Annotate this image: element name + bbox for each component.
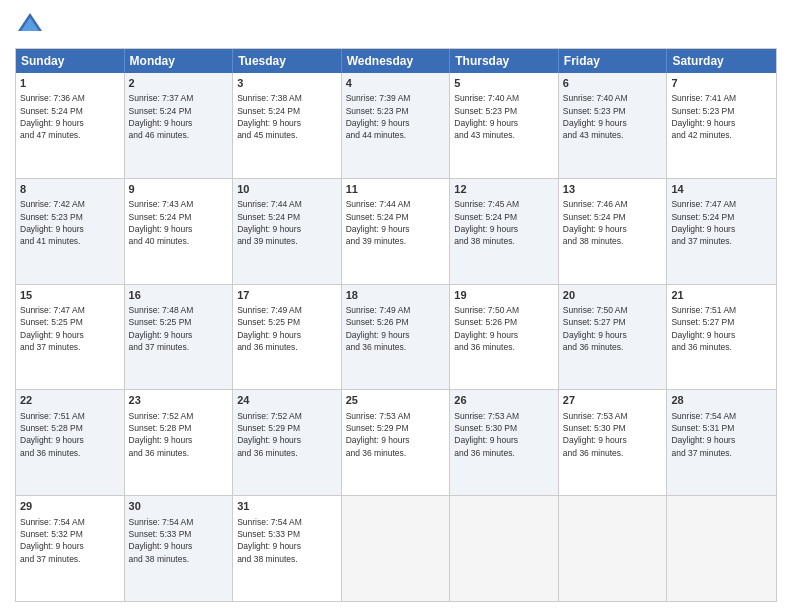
day-cell-6: 6Sunrise: 7:40 AM Sunset: 5:23 PM Daylig… — [559, 73, 668, 178]
day-number: 28 — [671, 393, 772, 408]
day-number: 9 — [129, 182, 229, 197]
day-number: 24 — [237, 393, 337, 408]
day-cell-14: 14Sunrise: 7:47 AM Sunset: 5:24 PM Dayli… — [667, 179, 776, 284]
day-number: 2 — [129, 76, 229, 91]
day-info: Sunrise: 7:42 AM Sunset: 5:23 PM Dayligh… — [20, 198, 120, 247]
day-cell-17: 17Sunrise: 7:49 AM Sunset: 5:25 PM Dayli… — [233, 285, 342, 390]
day-info: Sunrise: 7:52 AM Sunset: 5:28 PM Dayligh… — [129, 410, 229, 459]
day-info: Sunrise: 7:48 AM Sunset: 5:25 PM Dayligh… — [129, 304, 229, 353]
empty-cell — [450, 496, 559, 601]
day-info: Sunrise: 7:50 AM Sunset: 5:27 PM Dayligh… — [563, 304, 663, 353]
day-info: Sunrise: 7:39 AM Sunset: 5:23 PM Dayligh… — [346, 92, 446, 141]
calendar-row-4: 29Sunrise: 7:54 AM Sunset: 5:32 PM Dayli… — [16, 495, 776, 601]
day-info: Sunrise: 7:49 AM Sunset: 5:26 PM Dayligh… — [346, 304, 446, 353]
day-cell-7: 7Sunrise: 7:41 AM Sunset: 5:23 PM Daylig… — [667, 73, 776, 178]
day-info: Sunrise: 7:46 AM Sunset: 5:24 PM Dayligh… — [563, 198, 663, 247]
day-cell-26: 26Sunrise: 7:53 AM Sunset: 5:30 PM Dayli… — [450, 390, 559, 495]
day-number: 10 — [237, 182, 337, 197]
day-number: 29 — [20, 499, 120, 514]
day-info: Sunrise: 7:47 AM Sunset: 5:24 PM Dayligh… — [671, 198, 772, 247]
weekday-header-tuesday: Tuesday — [233, 49, 342, 73]
day-info: Sunrise: 7:54 AM Sunset: 5:32 PM Dayligh… — [20, 516, 120, 565]
day-info: Sunrise: 7:44 AM Sunset: 5:24 PM Dayligh… — [237, 198, 337, 247]
day-number: 16 — [129, 288, 229, 303]
day-number: 30 — [129, 499, 229, 514]
day-number: 25 — [346, 393, 446, 408]
day-cell-13: 13Sunrise: 7:46 AM Sunset: 5:24 PM Dayli… — [559, 179, 668, 284]
weekday-header-wednesday: Wednesday — [342, 49, 451, 73]
day-info: Sunrise: 7:43 AM Sunset: 5:24 PM Dayligh… — [129, 198, 229, 247]
day-cell-10: 10Sunrise: 7:44 AM Sunset: 5:24 PM Dayli… — [233, 179, 342, 284]
day-number: 14 — [671, 182, 772, 197]
day-cell-4: 4Sunrise: 7:39 AM Sunset: 5:23 PM Daylig… — [342, 73, 451, 178]
calendar-header: SundayMondayTuesdayWednesdayThursdayFrid… — [16, 49, 776, 73]
day-cell-19: 19Sunrise: 7:50 AM Sunset: 5:26 PM Dayli… — [450, 285, 559, 390]
day-number: 17 — [237, 288, 337, 303]
day-cell-21: 21Sunrise: 7:51 AM Sunset: 5:27 PM Dayli… — [667, 285, 776, 390]
empty-cell — [342, 496, 451, 601]
weekday-header-saturday: Saturday — [667, 49, 776, 73]
calendar: SundayMondayTuesdayWednesdayThursdayFrid… — [15, 48, 777, 602]
day-number: 20 — [563, 288, 663, 303]
day-number: 11 — [346, 182, 446, 197]
day-cell-16: 16Sunrise: 7:48 AM Sunset: 5:25 PM Dayli… — [125, 285, 234, 390]
day-number: 15 — [20, 288, 120, 303]
day-cell-31: 31Sunrise: 7:54 AM Sunset: 5:33 PM Dayli… — [233, 496, 342, 601]
day-cell-5: 5Sunrise: 7:40 AM Sunset: 5:23 PM Daylig… — [450, 73, 559, 178]
day-number: 4 — [346, 76, 446, 91]
page: SundayMondayTuesdayWednesdayThursdayFrid… — [0, 0, 792, 612]
day-info: Sunrise: 7:50 AM Sunset: 5:26 PM Dayligh… — [454, 304, 554, 353]
day-cell-29: 29Sunrise: 7:54 AM Sunset: 5:32 PM Dayli… — [16, 496, 125, 601]
day-info: Sunrise: 7:54 AM Sunset: 5:33 PM Dayligh… — [237, 516, 337, 565]
header — [15, 10, 777, 40]
day-cell-23: 23Sunrise: 7:52 AM Sunset: 5:28 PM Dayli… — [125, 390, 234, 495]
calendar-row-0: 1Sunrise: 7:36 AM Sunset: 5:24 PM Daylig… — [16, 73, 776, 178]
day-cell-20: 20Sunrise: 7:50 AM Sunset: 5:27 PM Dayli… — [559, 285, 668, 390]
day-cell-30: 30Sunrise: 7:54 AM Sunset: 5:33 PM Dayli… — [125, 496, 234, 601]
day-info: Sunrise: 7:54 AM Sunset: 5:31 PM Dayligh… — [671, 410, 772, 459]
day-number: 1 — [20, 76, 120, 91]
day-cell-22: 22Sunrise: 7:51 AM Sunset: 5:28 PM Dayli… — [16, 390, 125, 495]
calendar-body: 1Sunrise: 7:36 AM Sunset: 5:24 PM Daylig… — [16, 73, 776, 601]
day-number: 23 — [129, 393, 229, 408]
day-number: 8 — [20, 182, 120, 197]
day-cell-12: 12Sunrise: 7:45 AM Sunset: 5:24 PM Dayli… — [450, 179, 559, 284]
day-number: 21 — [671, 288, 772, 303]
day-info: Sunrise: 7:51 AM Sunset: 5:27 PM Dayligh… — [671, 304, 772, 353]
day-cell-24: 24Sunrise: 7:52 AM Sunset: 5:29 PM Dayli… — [233, 390, 342, 495]
weekday-header-sunday: Sunday — [16, 49, 125, 73]
day-info: Sunrise: 7:53 AM Sunset: 5:30 PM Dayligh… — [563, 410, 663, 459]
weekday-header-thursday: Thursday — [450, 49, 559, 73]
day-info: Sunrise: 7:51 AM Sunset: 5:28 PM Dayligh… — [20, 410, 120, 459]
calendar-row-3: 22Sunrise: 7:51 AM Sunset: 5:28 PM Dayli… — [16, 389, 776, 495]
day-info: Sunrise: 7:44 AM Sunset: 5:24 PM Dayligh… — [346, 198, 446, 247]
day-number: 13 — [563, 182, 663, 197]
empty-cell — [559, 496, 668, 601]
logo-icon — [15, 10, 45, 40]
day-info: Sunrise: 7:41 AM Sunset: 5:23 PM Dayligh… — [671, 92, 772, 141]
calendar-row-2: 15Sunrise: 7:47 AM Sunset: 5:25 PM Dayli… — [16, 284, 776, 390]
day-info: Sunrise: 7:52 AM Sunset: 5:29 PM Dayligh… — [237, 410, 337, 459]
day-number: 3 — [237, 76, 337, 91]
day-number: 12 — [454, 182, 554, 197]
day-info: Sunrise: 7:54 AM Sunset: 5:33 PM Dayligh… — [129, 516, 229, 565]
day-number: 27 — [563, 393, 663, 408]
weekday-header-friday: Friday — [559, 49, 668, 73]
day-cell-27: 27Sunrise: 7:53 AM Sunset: 5:30 PM Dayli… — [559, 390, 668, 495]
day-cell-9: 9Sunrise: 7:43 AM Sunset: 5:24 PM Daylig… — [125, 179, 234, 284]
day-cell-3: 3Sunrise: 7:38 AM Sunset: 5:24 PM Daylig… — [233, 73, 342, 178]
day-number: 5 — [454, 76, 554, 91]
day-info: Sunrise: 7:49 AM Sunset: 5:25 PM Dayligh… — [237, 304, 337, 353]
day-cell-28: 28Sunrise: 7:54 AM Sunset: 5:31 PM Dayli… — [667, 390, 776, 495]
day-number: 26 — [454, 393, 554, 408]
day-info: Sunrise: 7:40 AM Sunset: 5:23 PM Dayligh… — [454, 92, 554, 141]
day-number: 18 — [346, 288, 446, 303]
weekday-header-monday: Monday — [125, 49, 234, 73]
day-cell-15: 15Sunrise: 7:47 AM Sunset: 5:25 PM Dayli… — [16, 285, 125, 390]
day-info: Sunrise: 7:36 AM Sunset: 5:24 PM Dayligh… — [20, 92, 120, 141]
day-cell-11: 11Sunrise: 7:44 AM Sunset: 5:24 PM Dayli… — [342, 179, 451, 284]
day-number: 22 — [20, 393, 120, 408]
day-cell-8: 8Sunrise: 7:42 AM Sunset: 5:23 PM Daylig… — [16, 179, 125, 284]
day-cell-25: 25Sunrise: 7:53 AM Sunset: 5:29 PM Dayli… — [342, 390, 451, 495]
day-info: Sunrise: 7:53 AM Sunset: 5:29 PM Dayligh… — [346, 410, 446, 459]
